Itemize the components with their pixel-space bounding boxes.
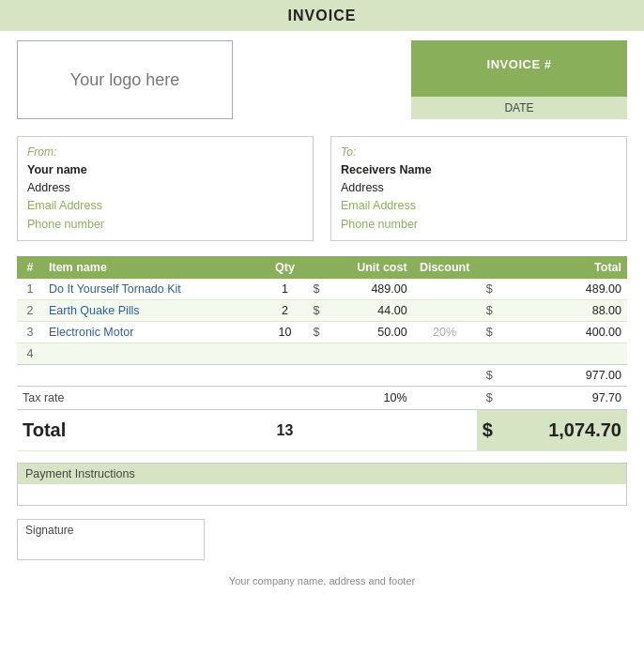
table-row: 3 Electronic Motor 10 $ 50.00 20% $ 400.…: [17, 322, 627, 343]
cell-num: 2: [17, 300, 43, 322]
cell-qty: [262, 343, 307, 365]
cell-discount: 20%: [413, 322, 477, 343]
tax-label: Tax rate: [17, 387, 262, 410]
tax-row: Tax rate 10% $ 97.70: [17, 387, 627, 410]
tax-disc-spacer: [413, 387, 477, 410]
payment-box: Payment Instructions: [17, 463, 627, 506]
tax-rate: 10%: [325, 387, 412, 410]
col-num: #: [17, 256, 43, 279]
cell-item: [43, 343, 262, 365]
cell-unit-dollar: [307, 343, 325, 365]
invoice-number-label: INVOICE #: [411, 40, 627, 97]
tax-amount: 97.70: [498, 387, 627, 410]
subtotal-dollar: $: [477, 365, 498, 387]
invoice-title: INVOICE: [288, 8, 357, 23]
items-table: # Item name Qty Unit cost Discount Total…: [17, 256, 627, 451]
total-dollar: $: [477, 410, 498, 451]
cell-total-dollar: [477, 343, 498, 365]
signature-section: Signature: [0, 511, 644, 566]
table-row: 1 Do It Yourself Tornado Kit 1 $ 489.00 …: [17, 279, 627, 300]
cell-total: 88.00: [498, 300, 627, 322]
total-label: Total: [17, 410, 262, 451]
from-phone: Phone number: [27, 216, 303, 234]
table-section: # Item name Qty Unit cost Discount Total…: [0, 249, 644, 451]
cell-unit-cost: 50.00: [325, 322, 412, 343]
address-section: From: Your name Address Email Address Ph…: [0, 129, 644, 249]
total-disc-spacer: [413, 410, 477, 451]
cell-total-dollar: $: [477, 300, 498, 322]
cell-total-dollar: $: [477, 322, 498, 343]
top-section: Your logo here INVOICE # DATE: [0, 31, 644, 129]
cell-unit-cost: 489.00: [325, 279, 412, 300]
to-name: Receivers Name: [341, 161, 617, 179]
footer-text: Your company name, address and footer: [229, 575, 415, 586]
cell-qty: 10: [262, 322, 307, 343]
invoice-header: INVOICE: [0, 0, 644, 31]
cell-qty: 2: [262, 300, 307, 322]
cell-discount: [413, 279, 477, 300]
cell-unit-cost: 44.00: [325, 300, 412, 322]
tax-dollar: $: [477, 387, 498, 410]
col-qty: Qty: [262, 256, 307, 279]
cell-unit-dollar: $: [307, 279, 325, 300]
logo-box: Your logo here: [17, 40, 233, 119]
to-label: To:: [341, 144, 617, 161]
table-header-row: # Item name Qty Unit cost Discount Total: [17, 256, 627, 279]
total-amount: 1,074.70: [498, 410, 627, 451]
cell-unit-cost: [325, 343, 412, 365]
table-row: 4: [17, 343, 627, 365]
cell-discount: [413, 300, 477, 322]
cell-qty: 1: [262, 279, 307, 300]
cell-total: 400.00: [498, 322, 627, 343]
cell-total-dollar: $: [477, 279, 498, 300]
col-discount: Discount: [413, 256, 477, 279]
col-total: Total: [477, 256, 627, 279]
from-email: Email Address: [27, 197, 303, 215]
subtotal-amount: 977.00: [498, 365, 627, 387]
to-phone: Phone number: [341, 216, 617, 234]
total-row: Total 13 $ 1,074.70: [17, 410, 627, 451]
from-address-box: From: Your name Address Email Address Ph…: [17, 136, 314, 241]
invoice-meta: INVOICE # DATE: [411, 40, 627, 119]
cell-num: 1: [17, 279, 43, 300]
from-address: Address: [27, 179, 303, 197]
to-address-box: To: Receivers Name Address Email Address…: [330, 136, 627, 241]
logo-text: Your logo here: [70, 70, 179, 90]
payment-label: Payment Instructions: [18, 464, 626, 484]
payment-section: Payment Instructions: [0, 451, 644, 511]
signature-label: Signature: [25, 524, 73, 537]
signature-box: Signature: [17, 519, 205, 560]
payment-content: [18, 484, 626, 505]
to-email: Email Address: [341, 197, 617, 215]
to-address: Address: [341, 179, 617, 197]
tax-spacer: [262, 387, 325, 410]
footer: Your company name, address and footer: [0, 566, 644, 592]
from-name: Your name: [27, 161, 303, 179]
subtotal-spacer: [17, 365, 477, 387]
cell-unit-dollar: $: [307, 322, 325, 343]
cell-item: Do It Yourself Tornado Kit: [43, 279, 262, 300]
col-item: Item name: [43, 256, 262, 279]
cell-unit-dollar: $: [307, 300, 325, 322]
cell-num: 3: [17, 322, 43, 343]
total-spacer: [307, 410, 412, 451]
cell-total: [498, 343, 627, 365]
subtotal-row: $ 977.00: [17, 365, 627, 387]
cell-total: 489.00: [498, 279, 627, 300]
cell-item: Earth Quake Pills: [43, 300, 262, 322]
table-row: 2 Earth Quake Pills 2 $ 44.00 $ 88.00: [17, 300, 627, 322]
from-label: From:: [27, 144, 303, 161]
cell-num: 4: [17, 343, 43, 365]
col-unit-cost: Unit cost: [307, 256, 412, 279]
total-qty: 13: [262, 410, 307, 451]
invoice-page: INVOICE Your logo here INVOICE # DATE Fr…: [0, 0, 644, 655]
cell-item: Electronic Motor: [43, 322, 262, 343]
cell-discount: [413, 343, 477, 365]
invoice-date-label: DATE: [411, 97, 627, 119]
